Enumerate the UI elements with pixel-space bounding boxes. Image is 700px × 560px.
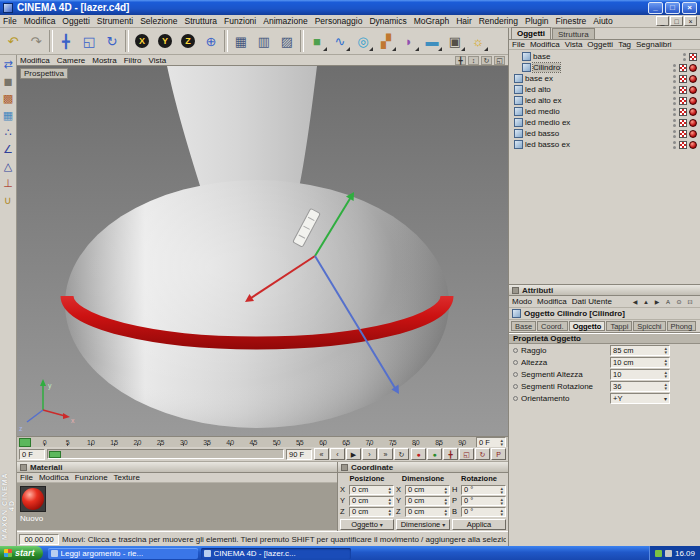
size-x-field[interactable]: 0 cm▴▾ xyxy=(405,485,450,495)
menu-selezione[interactable]: Selezione xyxy=(140,16,177,26)
edges-mode-icon[interactable]: ∠ xyxy=(1,142,16,157)
materials-menu-texture[interactable]: Texture xyxy=(114,473,140,482)
visibility-dots-icon[interactable] xyxy=(683,53,687,61)
menu-rendering[interactable]: Rendering xyxy=(479,16,518,26)
goto-start-button[interactable]: « xyxy=(314,448,329,460)
material-tag-icon[interactable] xyxy=(689,119,697,127)
rotate-tool-icon[interactable]: ↻ xyxy=(101,30,123,52)
attr-menu-modo[interactable]: Modo xyxy=(512,297,532,306)
object-row-led-medio[interactable]: led medio xyxy=(509,106,700,117)
position-x-field[interactable]: 0 cm▴▾ xyxy=(349,485,394,495)
object-row-led-alto[interactable]: led alto xyxy=(509,84,700,95)
tab-spicchi[interactable]: Spicchi xyxy=(633,321,665,331)
tab-coord[interactable]: Coord. xyxy=(537,321,568,331)
axis-mode-icon[interactable]: ⊥ xyxy=(1,176,16,191)
start-button[interactable]: start xyxy=(0,546,43,560)
size-mode-dropdown[interactable]: Dimensione▾ xyxy=(396,519,450,530)
texture-tag-icon[interactable] xyxy=(679,130,687,138)
menu-plugin[interactable]: Plugin xyxy=(525,16,549,26)
nav-back-icon[interactable]: ◀ xyxy=(630,297,640,306)
stepper-icon[interactable]: ▴▾ xyxy=(500,438,503,446)
menu-file[interactable]: File xyxy=(3,16,17,26)
record-parameter-button[interactable]: P xyxy=(491,448,506,460)
object-space-dropdown[interactable]: Oggetto▾ xyxy=(340,519,394,530)
om-menu-modifica[interactable]: Modifica xyxy=(530,40,560,49)
timeline-slider[interactable] xyxy=(47,449,284,459)
size-y-field[interactable]: 0 cm▴▾ xyxy=(405,496,450,506)
add-nurbs-icon[interactable]: ◎ xyxy=(352,30,374,52)
render-picture-icon[interactable]: ▥ xyxy=(253,30,275,52)
record-position-button[interactable]: ╋ xyxy=(443,448,458,460)
dropdown-arrow-icon[interactable]: ▾ xyxy=(664,395,667,402)
visibility-dots-icon[interactable] xyxy=(673,64,677,72)
menu-hair[interactable]: Hair xyxy=(456,16,472,26)
mdi-close-button[interactable]: × xyxy=(684,16,697,26)
prev-key-button[interactable]: ‹ xyxy=(330,448,345,460)
coordinate-system-icon[interactable]: ⊕ xyxy=(200,30,222,52)
texture-tag-icon[interactable] xyxy=(679,75,687,83)
filter-icon[interactable]: A xyxy=(663,297,673,306)
texture-mode-icon[interactable]: ▩ xyxy=(1,91,16,106)
add-array-icon[interactable]: ▞ xyxy=(375,30,397,52)
materials-menu-modifica[interactable]: Modifica xyxy=(39,473,69,482)
viewport-menu-vista[interactable]: Vista xyxy=(148,56,166,65)
scale-tool-icon[interactable]: ◱ xyxy=(78,30,100,52)
lock-icon[interactable]: ⊡ xyxy=(685,297,695,306)
lock-y-icon[interactable]: Y xyxy=(154,30,176,52)
texture-tag-icon[interactable] xyxy=(679,108,687,116)
visibility-dots-icon[interactable] xyxy=(673,97,677,105)
texture-tag-icon[interactable] xyxy=(689,53,697,61)
minimize-button[interactable]: _ xyxy=(648,2,663,14)
play-button[interactable]: ▶ xyxy=(346,448,361,460)
slider-thumb[interactable] xyxy=(49,451,61,458)
object-row-base-ex[interactable]: base ex xyxy=(509,73,700,84)
tab-tappi[interactable]: Tappi xyxy=(606,321,632,331)
menu-modifica[interactable]: Modifica xyxy=(24,16,56,26)
om-menu-tag[interactable]: Tag xyxy=(618,40,631,49)
attr-menu-dati-utente[interactable]: Dati Utente xyxy=(572,297,612,306)
object-row-led-medio-ex[interactable]: led medio ex xyxy=(509,117,700,128)
menu-personaggio[interactable]: Personaggio xyxy=(315,16,363,26)
rotation-b-field[interactable]: 0 °▴▾ xyxy=(461,507,506,517)
object-row-cilindro[interactable]: Cilindro xyxy=(509,62,700,73)
stepper-icon[interactable]: ▴▾ xyxy=(664,370,667,378)
tab-oggetti[interactable]: Oggetti xyxy=(511,27,551,39)
menu-mograph[interactable]: MoGraph xyxy=(414,16,449,26)
nav-up-icon[interactable]: ▲ xyxy=(641,297,651,306)
workplane-icon[interactable]: ▦ xyxy=(1,108,16,123)
material-preview[interactable] xyxy=(20,486,46,512)
viewport-menu-modifica[interactable]: Modifica xyxy=(20,56,50,65)
search-icon[interactable]: ⊙ xyxy=(674,297,684,306)
move-tool-icon[interactable]: ╋ xyxy=(55,30,77,52)
menu-oggetti[interactable]: Oggetti xyxy=(62,16,89,26)
convert-object-icon[interactable]: ⇄ xyxy=(1,57,16,72)
texture-tag-icon[interactable] xyxy=(679,86,687,94)
redo-icon[interactable]: ↷ xyxy=(25,30,47,52)
object-row-led-basso-ex[interactable]: led basso ex xyxy=(509,139,700,150)
record-scale-button[interactable]: ◱ xyxy=(459,448,474,460)
rotation-h-field[interactable]: 0 °▴▾ xyxy=(461,485,506,495)
position-y-field[interactable]: 0 cm▴▾ xyxy=(349,496,394,506)
close-button[interactable]: × xyxy=(682,2,697,14)
visibility-dots-icon[interactable] xyxy=(673,119,677,127)
visibility-dots-icon[interactable] xyxy=(673,108,677,116)
add-light-icon[interactable]: ☼ xyxy=(467,30,489,52)
current-frame-field[interactable]: 0 F ▴▾ xyxy=(476,437,506,448)
add-scene-icon[interactable]: ▬ xyxy=(421,30,443,52)
next-key-button[interactable]: › xyxy=(362,448,377,460)
texture-tag-icon[interactable] xyxy=(679,97,687,105)
autokey-button[interactable]: ● xyxy=(427,448,442,460)
range-end-field[interactable]: 90 F xyxy=(286,449,312,460)
apply-button[interactable]: Applica xyxy=(452,519,506,530)
material-tag-icon[interactable] xyxy=(689,75,697,83)
add-primitive-icon[interactable]: ■ xyxy=(306,30,328,52)
viewport-menu-mostra[interactable]: Mostra xyxy=(92,56,116,65)
rotation-p-field[interactable]: 0 °▴▾ xyxy=(461,496,506,506)
stepper-icon[interactable]: ▴▾ xyxy=(664,358,667,366)
viewport-3d[interactable]: y x z Prospettiva xyxy=(17,66,508,436)
timeline-knob[interactable] xyxy=(19,438,31,447)
viewport-menu-filtro[interactable]: Filtro xyxy=(124,56,142,65)
texture-tag-icon[interactable] xyxy=(679,64,687,72)
object-row-base[interactable]: base xyxy=(509,51,700,62)
visibility-dots-icon[interactable] xyxy=(673,75,677,83)
